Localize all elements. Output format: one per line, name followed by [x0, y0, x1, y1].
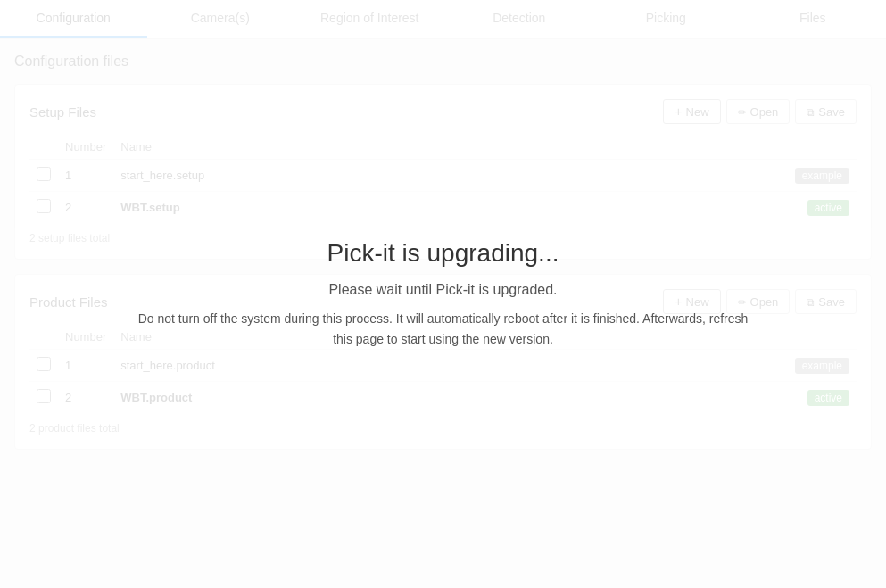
- upgrade-overlay: Pick-it is upgrading... Please wait unti…: [0, 0, 886, 478]
- overlay-subtitle: Please wait until Pick-it is upgraded.: [328, 282, 557, 298]
- overlay-warning: Do not turn off the system during this p…: [131, 309, 756, 349]
- overlay-title: Pick-it is upgrading...: [327, 239, 559, 268]
